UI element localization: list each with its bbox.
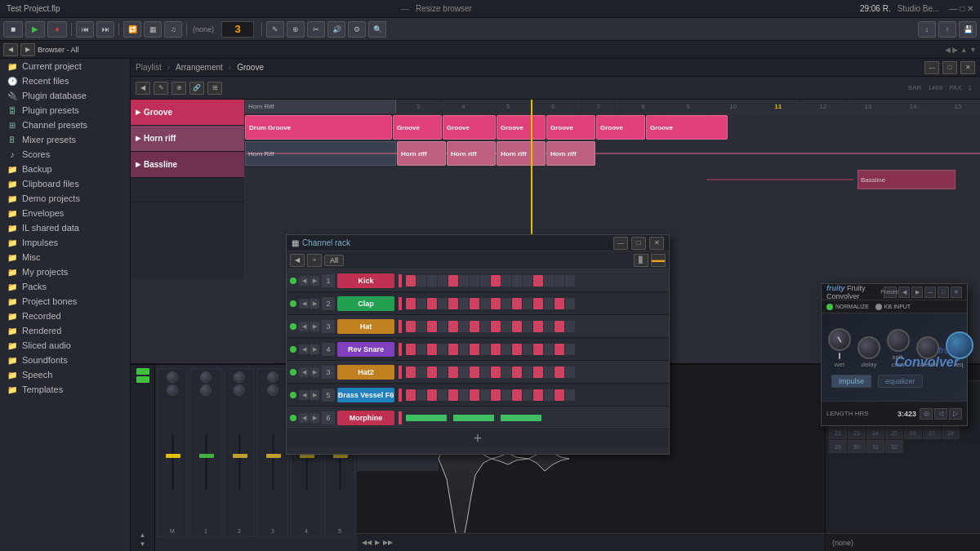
pad[interactable] <box>438 367 448 378</box>
pad[interactable] <box>544 298 554 309</box>
pattern-btn-30[interactable]: 30 <box>848 440 866 453</box>
clip-drum-groove[interactable]: Drum Groove <box>245 115 392 140</box>
pad[interactable] <box>438 298 448 309</box>
pad[interactable] <box>459 275 469 287</box>
sidebar-item-soundfonts[interactable]: 📁 Soundfonts <box>0 353 130 367</box>
pad[interactable] <box>533 321 543 332</box>
pad[interactable] <box>416 389 426 401</box>
pad[interactable] <box>438 275 448 287</box>
sidebar-item-backup[interactable]: 📁 Backup <box>0 162 130 176</box>
track-horn-label[interactable]: ▶ Horn riff <box>131 126 244 152</box>
tool2[interactable]: ⊕ <box>287 21 305 38</box>
pad[interactable] <box>470 367 479 378</box>
record-button[interactable]: ● <box>47 21 67 38</box>
back-button[interactable]: ◀ <box>3 43 18 56</box>
add-channel-button[interactable]: + <box>287 429 669 447</box>
playlist-select[interactable]: ⊞ <box>207 82 222 95</box>
pad[interactable] <box>544 367 554 378</box>
pattern-btn-31[interactable]: 31 <box>866 440 884 453</box>
fader-thumb[interactable] <box>266 454 281 458</box>
playlist-back[interactable]: ◀ <box>136 82 150 95</box>
sidebar-item-templates[interactable]: 📁 Templates <box>0 382 130 397</box>
pad[interactable] <box>501 275 511 287</box>
pad[interactable] <box>555 389 564 401</box>
pad[interactable] <box>438 321 448 332</box>
sidebar-item-il-shared[interactable]: 📁 IL shared data <box>0 220 130 235</box>
pad[interactable] <box>406 321 416 332</box>
pan-knob[interactable] <box>267 371 278 383</box>
pad[interactable] <box>533 367 543 378</box>
sidebar-item-impulses[interactable]: 📁 Impulses <box>0 235 130 250</box>
vol-knob[interactable] <box>234 384 245 396</box>
sidebar-item-recorded[interactable]: 📁 Recorded <box>0 309 130 323</box>
channel-name-morphine[interactable]: Morphine <box>337 411 394 425</box>
pad[interactable] <box>459 367 469 378</box>
pad[interactable] <box>501 389 511 401</box>
clip-horn-4[interactable]: Horn riff <box>546 141 595 166</box>
pad[interactable] <box>491 321 501 332</box>
playlist-minimize[interactable]: — <box>924 61 939 74</box>
pad[interactable] <box>512 367 522 378</box>
pattern-btn-26[interactable]: 26 <box>904 426 922 439</box>
sidebar-item-envelopes[interactable]: 📁 Envelopes <box>0 206 130 220</box>
rack-ctrl[interactable]: ◀ <box>299 413 309 423</box>
pad[interactable] <box>491 344 501 355</box>
channel-name-clap[interactable]: Clap <box>337 296 394 311</box>
pad[interactable] <box>459 298 469 309</box>
pad[interactable] <box>501 298 511 309</box>
sidebar-item-speech[interactable]: 📁 Speech <box>0 367 130 382</box>
rack-ctrl2[interactable]: ▶ <box>310 322 319 331</box>
pad[interactable] <box>555 344 564 355</box>
clip-groove-1[interactable]: Groove <box>393 115 442 140</box>
rack-all-label[interactable]: All <box>324 255 344 266</box>
clip-groove-6[interactable]: Groove <box>646 115 728 140</box>
clip-horn-2[interactable]: Horn riff <box>447 141 496 166</box>
clip-horn-3[interactable]: Horn riff <box>497 141 546 166</box>
pad[interactable] <box>565 344 575 355</box>
pad[interactable] <box>427 321 437 332</box>
tool8[interactable]: ↑ <box>938 21 956 38</box>
clip-groove-2[interactable]: Groove <box>443 115 496 140</box>
pad[interactable] <box>470 275 479 287</box>
rack-ctrl[interactable]: ◀ <box>299 322 309 331</box>
sidebar-item-current-project[interactable]: 📁 Current project <box>0 59 130 73</box>
vol-knob[interactable] <box>200 384 212 396</box>
pad[interactable] <box>523 344 532 355</box>
pad[interactable] <box>565 367 575 378</box>
pad[interactable] <box>448 275 458 287</box>
fast-forward-button[interactable]: ⏭ <box>96 21 114 38</box>
pattern-button[interactable]: ▦ <box>144 21 162 38</box>
pad[interactable] <box>459 389 469 401</box>
tool4[interactable]: 🔊 <box>327 21 345 38</box>
pad[interactable] <box>406 389 416 401</box>
bpm-display[interactable]: 3 <box>221 21 254 38</box>
sidebar-item-project-bones[interactable]: 📁 Project bones <box>0 294 130 309</box>
tool9[interactable]: 💾 <box>959 21 977 38</box>
mixer-strip-2[interactable]: 1 <box>190 368 221 537</box>
pattern-btn-29[interactable]: 29 <box>829 440 847 453</box>
pad[interactable] <box>544 321 554 332</box>
pad[interactable] <box>480 389 490 401</box>
pad[interactable] <box>406 298 416 309</box>
rack-ctrl2[interactable]: ▶ <box>310 344 319 354</box>
pad[interactable] <box>448 344 458 355</box>
rack-maximize[interactable]: □ <box>631 237 646 250</box>
pad[interactable] <box>491 275 501 287</box>
pad[interactable] <box>470 321 479 332</box>
tool3[interactable]: ✂ <box>307 21 325 38</box>
pattern-btn-32[interactable]: 32 <box>885 440 903 453</box>
pad[interactable] <box>533 275 543 287</box>
song-button[interactable]: ♫ <box>164 21 182 38</box>
pad[interactable] <box>416 275 426 287</box>
vol-knob[interactable] <box>167 384 178 396</box>
pad[interactable] <box>555 298 564 309</box>
pad[interactable] <box>470 389 479 401</box>
pad[interactable] <box>406 344 416 355</box>
forward-button[interactable]: ▶ <box>20 43 35 56</box>
pad[interactable] <box>416 344 426 355</box>
pad[interactable] <box>512 321 522 332</box>
sidebar-item-clipboard[interactable]: 📁 Clipboard files <box>0 176 130 191</box>
tab-equalizer[interactable]: equalizer <box>878 375 923 388</box>
pad[interactable] <box>523 275 532 287</box>
pad[interactable] <box>501 344 511 355</box>
